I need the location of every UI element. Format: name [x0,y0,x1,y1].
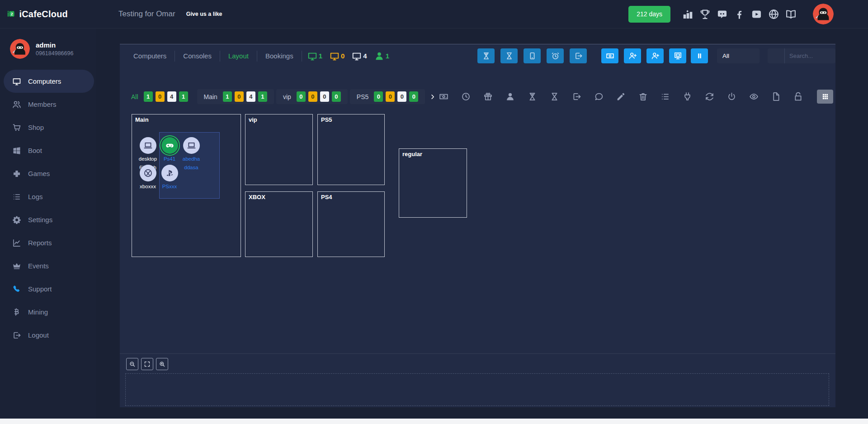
sidebar-item-label: Games [28,170,50,177]
account-menu[interactable] [813,4,844,24]
sidebar-item-settings[interactable]: Settings [0,208,96,231]
sidebar-item-label: Computers [28,77,61,85]
sidebar-item-label: Boot [28,147,42,154]
user-avatar [813,4,834,24]
phone-icon [12,285,21,294]
canvas-bottom-edge [120,353,835,354]
sidebar-item-computers[interactable]: Computers [4,70,94,93]
laptop-icon [183,137,200,154]
youtube-icon[interactable] [751,9,762,20]
zone-label: XBOX [249,194,265,200]
zoom-out-button[interactable] [126,358,138,370]
sidebar-nav: ComputersMembersShopBootGamesLogsSetting… [0,70,96,347]
sidebar-item-members[interactable]: Members [0,93,96,116]
user-phone: 096184986696 [36,50,73,57]
zoom-controls [126,358,168,370]
computer-label: xboxxx [136,183,160,190]
computer-label: abedha [179,156,203,162]
sidebar-item-label: Logs [28,193,43,200]
computer-abedha[interactable]: abedhaddasa [179,137,203,171]
page-title: Testing for Omar [118,10,175,19]
sidebar-item-boot[interactable]: Boot [0,139,96,162]
sidebar-item-shop[interactable]: Shop [0,116,96,139]
zone-label: vip [249,116,257,123]
facebook-icon[interactable] [734,9,745,20]
brand-name: iCafeCloud [19,9,68,19]
book-icon[interactable] [785,9,797,20]
sidebar-item-support[interactable]: Support [0,277,96,300]
svg-text:2: 2 [10,11,13,16]
gamepad2-icon [161,137,178,154]
monitor-icon [12,77,21,86]
chevron-down-icon [837,10,844,18]
computer-psxxx[interactable]: PSxxx [158,165,181,190]
cart-icon [12,123,21,132]
sidebar-item-games[interactable]: Games [0,162,96,185]
crown-icon [12,262,21,271]
windows-icon [12,146,21,155]
sidebar-item-label: Logout [28,331,49,339]
unassigned-drop-area[interactable] [125,373,829,406]
give-us-a-like-link[interactable]: Give us a like [186,11,222,17]
license-days-button[interactable]: 212 days [628,6,670,23]
computers-panel: ComputersConsolesLayoutBookings 1041 All… [120,44,835,407]
icafecloud-app: 2 iCafeCloud Testing for Omar Give us a … [0,0,868,424]
top-header: 2 iCafeCloud Testing for Omar Give us a … [0,0,868,29]
layout-board: MainvipPS5XBOXPS4regulardesktop6i3rqkhPs… [120,44,835,407]
sidebar-item-label: Mining [28,308,48,316]
sidebar-item-label: Events [28,262,49,270]
expand-button[interactable] [141,358,153,370]
list-icon [12,192,21,201]
computer-label: desktop [136,156,160,162]
zone-vip[interactable]: vip [245,114,313,185]
sidebar-user: admin 096184986696 [10,39,96,59]
sidebar-item-events[interactable]: Events [0,254,96,277]
dpad-icon [12,169,21,178]
sidebar-avatar [10,39,30,59]
computer-ps41[interactable]: Ps41 [158,137,181,162]
main-content: ComputersConsolesLayoutBookings 1041 All… [96,29,868,419]
computer-label: ddasa [179,164,203,171]
zone-ps5[interactable]: PS5 [317,114,385,185]
sidebar-item-label: Members [28,100,57,108]
zone-label: PS4 [321,194,332,200]
computer-label: Ps41 [158,156,181,162]
zone-label: regular [402,151,422,157]
zone-regular[interactable]: regular [399,148,467,218]
laptop-icon [140,137,156,154]
xbox-icon [140,165,156,181]
social-links [682,9,797,20]
menu-icon[interactable] [80,8,92,20]
computer-label: PSxxx [158,183,181,190]
discord-icon[interactable] [717,9,728,20]
bitcoin-icon [12,308,21,317]
chart-icon [12,238,21,248]
sidebar-item-mining[interactable]: Mining [0,300,96,324]
sidebar-item-logs[interactable]: Logs [0,185,96,208]
sidebar: admin 096184986696 ComputersMembersShopB… [0,29,96,419]
zoom-in-button[interactable] [156,358,168,370]
playstation-icon [161,165,178,181]
zone-label: Main [135,116,149,123]
computer-xboxxx[interactable]: xboxxx [136,165,160,190]
globe-icon[interactable] [768,9,779,20]
sidebar-item-label: Settings [28,216,52,224]
sidebar-item-logout[interactable]: Logout [0,324,96,347]
trophy-icon[interactable] [699,9,711,20]
gear-icon [12,215,21,224]
brand-logo[interactable]: 2 iCafeCloud [0,5,68,23]
users-icon [12,100,21,109]
bottom-strip [0,419,868,424]
zone-ps4[interactable]: PS4 [317,191,385,257]
sidebar-item-label: Reports [28,239,52,247]
zone-xbox[interactable]: XBOX [245,191,313,257]
icafecloud-logo-icon: 2 [7,5,14,23]
zone-label: PS5 [321,116,332,123]
sidebar-item-reports[interactable]: Reports [0,231,96,254]
user-name: admin [36,41,73,49]
signout-icon [12,331,21,340]
sidebar-item-label: Support [28,285,52,293]
ranking-icon[interactable] [682,9,693,20]
sidebar-item-label: Shop [28,124,44,131]
